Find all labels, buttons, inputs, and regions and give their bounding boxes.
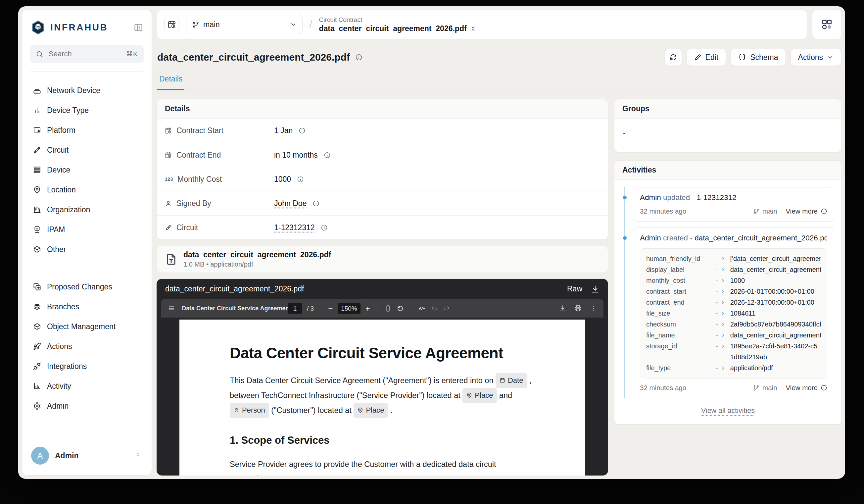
detail-row: Signed By John Doe — [157, 191, 608, 215]
sidebar-item[interactable]: Network Device — [30, 81, 144, 100]
branch-selector[interactable]: main — [186, 15, 302, 34]
property-old-value: - — [716, 264, 718, 275]
sidebar-item[interactable]: Object Management — [30, 316, 144, 336]
tab-details[interactable]: Details — [157, 74, 184, 90]
sidebar-item-label: Activity — [47, 382, 71, 391]
pdf-section-heading: 1. Scope of Services — [230, 434, 535, 446]
sidebar-item-label: Circuit — [47, 146, 69, 155]
property-old-value: - — [716, 286, 718, 297]
sidebar-item-label: Admin — [47, 402, 69, 411]
pdf-viewer: data_center_circuit_agreement_2026.pdf R… — [157, 279, 608, 476]
property-value: 2026-12-31T00:00:00+01:00 — [730, 297, 821, 308]
pdf-download-button[interactable] — [559, 305, 566, 312]
detail-row-icon — [165, 152, 172, 159]
sidebar-item[interactable]: Integrations — [30, 356, 144, 376]
property-old-value: - — [716, 275, 718, 286]
time-travel-button[interactable] — [164, 17, 179, 32]
search-input[interactable] — [48, 49, 121, 59]
tab-bar: Details — [157, 74, 842, 91]
detail-row: Circuit 1-12312312 — [157, 215, 608, 239]
user-menu-button[interactable] — [134, 451, 142, 460]
groups-empty-value: - — [614, 119, 841, 152]
info-icon[interactable] — [299, 127, 305, 134]
sidebar-collapse-button[interactable] — [134, 23, 143, 32]
info-icon[interactable] — [297, 176, 304, 183]
sidebar-item-icon — [33, 186, 41, 194]
sidebar-item[interactable]: Admin — [30, 396, 144, 416]
sidebar-search[interactable]: ⌘K — [30, 45, 144, 63]
sidebar-item-label: Organization — [47, 205, 90, 214]
avatar: A — [31, 447, 49, 465]
sidebar-item[interactable]: Location — [30, 180, 144, 200]
breadcrumb-select-icon[interactable] — [470, 25, 476, 32]
property-key: contract_end — [646, 297, 715, 308]
user-row: A Admin — [30, 445, 144, 465]
redo-button[interactable] — [443, 305, 450, 312]
property-row: display_label - data_center_circuit_agre… — [646, 264, 821, 275]
pdf-more-button[interactable] — [590, 305, 597, 312]
info-icon[interactable] — [312, 200, 320, 207]
scroll-mode-button[interactable] — [384, 305, 392, 312]
doc-entity-chip: Date — [495, 373, 527, 388]
sidebar-item[interactable]: Actions — [30, 336, 144, 356]
actions-dropdown[interactable]: Actions — [791, 49, 841, 66]
sidebar-item-icon — [33, 323, 41, 331]
sidebar-item[interactable]: Device Type — [30, 100, 144, 120]
chevron-right-icon — [721, 286, 725, 297]
sidebar-item[interactable]: IPAM — [30, 219, 144, 239]
sidebar-item[interactable]: Organization — [30, 200, 144, 219]
pencil-icon — [694, 53, 701, 61]
rotate-button[interactable] — [397, 305, 404, 312]
graph-view-button[interactable] — [812, 10, 842, 39]
pdf-page-input[interactable]: 1 — [288, 303, 302, 314]
activities-panel: Activities Admin updated - 1-12312312 — [614, 160, 842, 424]
edit-button[interactable]: Edit — [686, 49, 726, 66]
sidebar-item[interactable]: Activity — [30, 376, 144, 396]
schema-button[interactable]: Schema — [731, 49, 785, 66]
sidebar-item[interactable]: Device — [30, 160, 144, 180]
branch-selector-chevron[interactable] — [284, 15, 302, 34]
sidebar-item[interactable]: Circuit — [30, 140, 144, 160]
sidebar-item-label: IPAM — [47, 225, 65, 234]
file-meta: 1.0 MB • application/pdf — [183, 261, 331, 268]
zoom-out-button[interactable]: − — [328, 304, 333, 313]
pdf-sidebar-toggle-icon[interactable] — [168, 305, 175, 312]
activity-target-link[interactable]: data_center_circuit_agreement_2026.pdf — [695, 234, 827, 242]
pdf-stage[interactable]: Data Center Circuit Service Agreement Th… — [157, 317, 608, 476]
doc-text: . — [388, 406, 392, 415]
breadcrumb-object-name[interactable]: data_center_circuit_agreement_2026.pdf — [319, 24, 466, 33]
activity-target-link[interactable]: 1-12312312 — [696, 193, 736, 202]
sidebar-item[interactable]: Platform — [30, 120, 144, 140]
raw-button[interactable]: Raw — [567, 285, 582, 293]
draw-button[interactable] — [418, 305, 426, 312]
view-more-link[interactable]: View more — [786, 384, 827, 392]
file-attachment[interactable]: data_center_circuit_agreement_2026.pdf 1… — [157, 246, 608, 273]
main-area: main / Circuit Contract data_center_circ… — [157, 10, 842, 476]
sidebar-item-label: Location — [47, 185, 76, 194]
detail-label: Monthly Cost — [178, 175, 222, 184]
sidebar-item[interactable]: Other — [30, 239, 144, 259]
pdf-print-button[interactable] — [574, 305, 581, 312]
activity-action: created — [663, 234, 688, 242]
download-file-button[interactable] — [591, 285, 600, 293]
detail-row-icon — [165, 127, 172, 134]
property-row: storage_id - 1895ee2a-7cfd-5e81-3402-c51… — [646, 341, 821, 363]
zoom-level[interactable]: 150% — [338, 303, 360, 314]
breadcrumb-kind: Circuit Contract — [319, 16, 476, 24]
sidebar-item-icon — [33, 402, 41, 410]
title-info-icon[interactable] — [355, 53, 362, 61]
undo-button[interactable] — [431, 305, 438, 312]
view-more-link[interactable]: View more — [786, 207, 827, 215]
sidebar: INFRAHUB ⌘K Network Device Device Type P… — [22, 10, 152, 476]
chevron-right-icon — [721, 297, 725, 308]
sidebar-item[interactable]: Branches — [30, 297, 144, 316]
pdf-doc-title: Data Center Circuit Service Agreement — [182, 305, 291, 312]
info-icon[interactable] — [321, 224, 328, 231]
property-value: 1895ee2a-7cfd-5e81-3402-c51d88d219ab — [730, 341, 821, 363]
sidebar-item[interactable]: Proposed Changes — [30, 277, 144, 297]
zoom-in-button[interactable]: + — [365, 304, 370, 313]
sidebar-item-label: Platform — [47, 126, 75, 135]
refresh-button[interactable] — [665, 49, 682, 66]
property-row: file_name - data_center_circuit_agreemen… — [646, 330, 821, 341]
info-icon[interactable] — [324, 152, 331, 159]
